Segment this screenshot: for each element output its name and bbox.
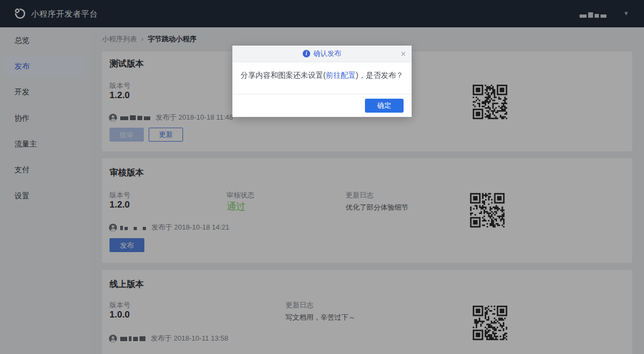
confirm-publish-modal: i 确认发布 × 分享内容和图案还未设置(前往配置)，是否发布？ 确定 — [232, 46, 412, 117]
modal-title: 确认发布 — [313, 49, 341, 58]
close-icon[interactable]: × — [401, 46, 406, 62]
modal-message: 分享内容和图案还未设置(前往配置)，是否发布？ — [232, 71, 412, 80]
message-after: )，是否发布？ — [356, 71, 404, 79]
info-icon: i — [303, 50, 310, 57]
go-configure-link[interactable]: 前往配置 — [326, 71, 356, 79]
confirm-button[interactable]: 确定 — [365, 99, 404, 113]
app-window: 小程序开发者平台 ▾ 总览 发布 开发 协作 流量主 支付 设置 小程序列表›字… — [0, 0, 644, 354]
modal-footer-divider — [232, 94, 412, 94]
modal-header: i 确认发布 × — [232, 46, 412, 62]
message-before: 分享内容和图案还未设置( — [240, 71, 326, 79]
